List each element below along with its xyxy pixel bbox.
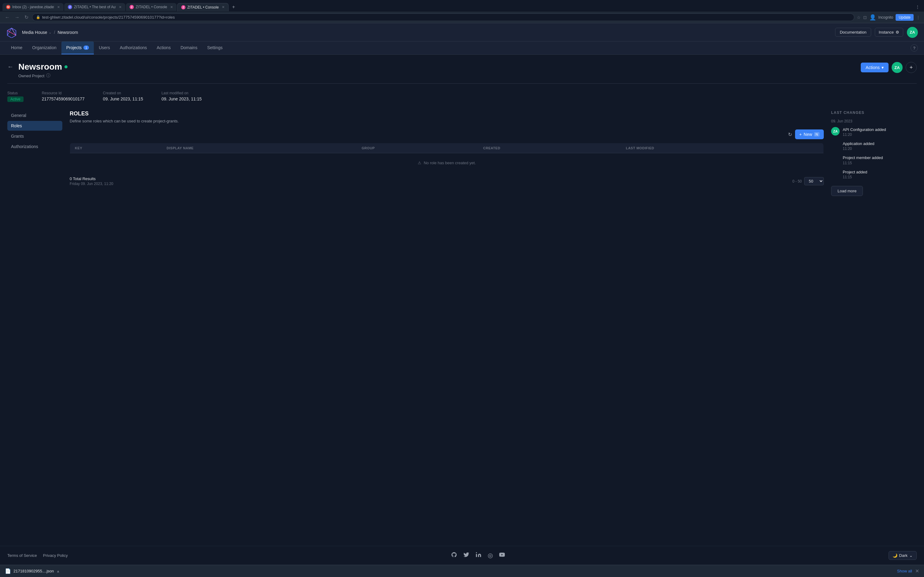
nav-users[interactable]: Users — [94, 42, 115, 54]
org-breadcrumb[interactable]: Media House ⌄ — [22, 30, 52, 35]
sidebar-item-grants[interactable]: Grants — [7, 131, 62, 141]
youtube-icon[interactable] — [499, 552, 505, 559]
nav-home[interactable]: Home — [6, 42, 27, 54]
nav-authorizations[interactable]: Authorizations — [115, 42, 152, 54]
change-action-2: Application added — [843, 141, 874, 147]
tab-bar: M Inbox (2) - janedoe.zitadel@g... ✕ Z Z… — [0, 0, 924, 11]
back-nav-button[interactable]: ← — [4, 14, 11, 21]
terms-link[interactable]: Terms of Service — [7, 553, 37, 558]
add-member-button[interactable]: + — [906, 62, 917, 73]
change-time-1: 11:20 — [843, 132, 886, 137]
refresh-button[interactable]: ↻ — [788, 132, 792, 137]
org-name: Media House — [22, 30, 47, 35]
twitter-icon[interactable] — [463, 552, 469, 559]
nav-organization[interactable]: Organization — [27, 42, 61, 54]
sidebar-section: General Roles Grants Authorizations — [7, 111, 62, 152]
address-input[interactable]: 🔒 test-ghlwrr.zitadel.cloud/ui/console/p… — [32, 13, 855, 21]
change-time-3: 11:15 — [843, 161, 883, 165]
sidebar-general-label: General — [11, 113, 26, 118]
page-size-select[interactable]: 50 25 100 — [804, 177, 824, 185]
show-all-button[interactable]: Show all — [897, 569, 912, 573]
file-icon: 📄 — [5, 568, 11, 574]
download-close-button[interactable]: ✕ — [915, 568, 919, 574]
github-icon[interactable] — [451, 552, 457, 559]
download-bar: 📄 2171810902955....json ▲ Show all ✕ — [0, 565, 924, 577]
meta-created: Created on 09. June 2023, 11:15 — [103, 91, 143, 102]
privacy-link[interactable]: Privacy Policy — [43, 553, 68, 558]
nav-projects[interactable]: Projects 1 — [61, 42, 94, 54]
instance-button[interactable]: Instance ⚙ — [875, 28, 903, 37]
documentation-button[interactable]: Documentation — [835, 28, 871, 37]
user-avatar[interactable]: ZA — [907, 27, 918, 38]
new-role-plus-icon: + — [799, 132, 802, 137]
linkedin-icon[interactable] — [475, 552, 481, 559]
nav-actions-label: Actions — [157, 45, 171, 50]
reload-nav-button[interactable]: ↻ — [23, 14, 30, 21]
sidebar-roles-label: Roles — [11, 123, 22, 128]
bookmark-icon[interactable]: ☆ — [857, 15, 861, 20]
update-button[interactable]: Update — [896, 14, 914, 21]
nav-settings[interactable]: Settings — [202, 42, 228, 54]
change-item-4: Project added 11:15 — [831, 169, 917, 179]
roles-description: Define some roles which can be used to c… — [69, 119, 824, 123]
tab-close-icon[interactable]: ✕ — [170, 5, 173, 9]
meta-info: Status Active Resource Id 21775745906901… — [7, 91, 917, 102]
sidebar-item-authorizations[interactable]: Authorizations — [7, 142, 62, 152]
sidebar-authorizations-label: Authorizations — [11, 144, 38, 149]
meta-modified: Last modified on 09. June 2023, 11:15 — [162, 91, 202, 102]
discord-icon[interactable]: ◎ — [488, 552, 493, 559]
download-chevron-icon[interactable]: ▲ — [56, 569, 60, 573]
tab-close-icon[interactable]: ✕ — [222, 5, 225, 9]
help-button[interactable]: ? — [911, 44, 918, 52]
sidebar-item-general[interactable]: General — [7, 111, 62, 120]
change-time-4: 11:15 — [843, 175, 867, 179]
incognito-label: Incognito — [879, 15, 893, 19]
new-role-shortcut: N — [814, 132, 819, 137]
new-role-button[interactable]: + New N — [795, 129, 824, 139]
created-label: Created on — [103, 91, 143, 95]
profile-icon[interactable]: 👤 — [869, 14, 876, 21]
lock-icon: 🔒 — [36, 15, 40, 19]
col-key: KEY — [70, 143, 162, 153]
tab-gmail[interactable]: M Inbox (2) - janedoe.zitadel@g... ✕ — [2, 3, 63, 11]
forward-nav-button[interactable]: → — [13, 14, 21, 21]
sidebar: General Roles Grants Authorizations — [7, 111, 62, 533]
tab-zitadel2[interactable]: Z ZITADEL • Console ✕ — [126, 3, 177, 11]
nav-domains[interactable]: Domains — [176, 42, 202, 54]
theme-chevron-icon: ⌄ — [909, 553, 913, 558]
meta-status: Status Active — [7, 91, 24, 102]
tab-close-icon[interactable]: ✕ — [119, 5, 122, 9]
new-tab-button[interactable]: + — [229, 2, 238, 11]
change-action-1: API Configuration added — [843, 127, 886, 132]
change-content-1: API Configuration added 11:20 — [843, 127, 886, 137]
theme-selector[interactable]: 🌙 Dark ⌄ — [888, 551, 917, 560]
split-view-icon[interactable]: ⊡ — [863, 15, 867, 20]
tab-close-icon[interactable]: ✕ — [57, 5, 60, 9]
nav-organization-label: Organization — [32, 45, 56, 50]
change-action-3: Project member added — [843, 155, 883, 161]
total-count: 0 Total Results — [69, 176, 113, 181]
col-group: GROUP — [357, 143, 478, 153]
actions-button[interactable]: Actions ▾ — [861, 63, 888, 73]
table-footer: 0 Total Results Friday 09. Jun 2023, 11:… — [69, 176, 824, 186]
project-title: Newsroom — [18, 62, 861, 72]
back-button[interactable]: ← — [7, 62, 13, 70]
actions-label: Actions — [866, 65, 880, 70]
sidebar-grants-label: Grants — [11, 134, 24, 139]
created-value: 09. June 2023, 11:15 — [103, 97, 143, 102]
status-badge: Active — [7, 97, 24, 102]
total-results: 0 Total Results Friday 09. Jun 2023, 11:… — [69, 176, 113, 186]
app: Media House ⌄ / Newsroom Documentation I… — [0, 23, 924, 565]
new-role-label: New — [804, 132, 812, 137]
change-time-2: 11:20 — [843, 147, 874, 151]
tab-zitadel1[interactable]: Z ZITADEL • The best of Auth0 a... ✕ — [64, 3, 125, 11]
menu-icon[interactable]: ⋮ — [916, 15, 920, 20]
change-action-4: Project added — [843, 169, 867, 175]
project-member-avatar[interactable]: ZA — [892, 62, 903, 73]
load-more-button[interactable]: Load more — [831, 186, 863, 196]
change-item-1: ZA API Configuration added 11:20 — [831, 127, 917, 137]
sidebar-item-roles[interactable]: Roles — [7, 121, 62, 131]
tab-zitadel3[interactable]: Z ZITADEL • Console ✕ — [177, 3, 229, 11]
footer-date: Friday 09. Jun 2023, 11:20 — [69, 182, 113, 186]
nav-actions[interactable]: Actions — [152, 42, 176, 54]
